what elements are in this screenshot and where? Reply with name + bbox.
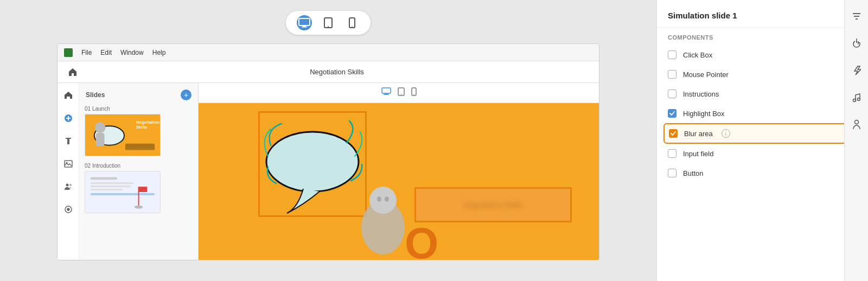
- button-checkbox[interactable]: [668, 169, 676, 177]
- svg-rect-32: [384, 94, 389, 95]
- svg-point-39: [369, 187, 397, 214]
- highlight-box-label: Highlight Box: [683, 110, 725, 118]
- add-slide-button[interactable]: +: [181, 90, 192, 100]
- device-toolbar: [286, 11, 371, 35]
- inner-desktop-btn[interactable]: [381, 87, 391, 98]
- sim-title: Negotiation Skills: [81, 68, 592, 76]
- component-highlight-box[interactable]: Highlight Box: [663, 104, 861, 123]
- edge-filter-icon[interactable]: [848, 8, 865, 25]
- svg-rect-25: [91, 189, 123, 190]
- right-panel: Simulation slide 1 COMPONENTS Click Box …: [656, 0, 868, 281]
- component-blur-area[interactable]: Blur area i: [663, 123, 861, 144]
- menu-file[interactable]: File: [81, 49, 92, 56]
- blur-text: Negotiation Skills: [464, 201, 522, 209]
- tablet-device-button[interactable]: [321, 15, 336, 30]
- input-field-label: Input field: [683, 150, 713, 158]
- panel-header: Simulation slide 1: [657, 0, 868, 28]
- edge-person-icon[interactable]: [848, 116, 865, 133]
- svg-rect-1: [303, 25, 306, 27]
- component-input-field[interactable]: Input field: [663, 144, 861, 163]
- sim-sidebar: Slides + 01 Launch: [79, 83, 199, 260]
- inner-device-bar: [199, 83, 599, 103]
- svg-rect-2: [302, 27, 307, 28]
- click-box-checkbox[interactable]: [668, 50, 676, 59]
- svg-point-29: [135, 206, 143, 209]
- blur-area-checkbox[interactable]: [669, 129, 678, 138]
- component-mouse-pointer[interactable]: Mouse Pointer: [663, 65, 861, 84]
- component-click-box[interactable]: Click Box: [663, 45, 861, 65]
- edge-lightning-icon[interactable]: [848, 62, 865, 79]
- svg-rect-24: [91, 186, 131, 187]
- toolbar-add[interactable]: [60, 110, 76, 126]
- svg-point-54: [854, 120, 858, 124]
- svg-point-52: [853, 99, 856, 102]
- inner-mobile-btn[interactable]: [411, 87, 417, 98]
- panel-title: Simulation slide 1: [668, 11, 737, 20]
- svg-point-10: [66, 184, 68, 187]
- svg-rect-31: [385, 93, 388, 94]
- slide-2-label: 02 Introduction: [84, 163, 194, 169]
- button-label: Button: [683, 169, 704, 177]
- sim-content: O Negotiation Skills: [199, 83, 599, 260]
- slide-2-thumbnail[interactable]: [85, 171, 161, 213]
- component-button[interactable]: Button: [663, 163, 861, 183]
- home-icon[interactable]: [64, 63, 81, 81]
- svg-point-41: [385, 196, 389, 202]
- slides-label: Slides: [86, 91, 105, 99]
- component-list: Click Box Mouse Pointer Instructions Hig…: [657, 45, 868, 281]
- svg-point-6: [352, 26, 353, 27]
- toolbar-image[interactable]: [60, 156, 76, 172]
- input-field-checkbox[interactable]: [668, 149, 676, 158]
- toolbar-circle[interactable]: [60, 201, 76, 218]
- slides-header: Slides +: [84, 90, 194, 100]
- menu-help[interactable]: Help: [152, 49, 166, 56]
- menu-edit[interactable]: Edit: [100, 49, 112, 56]
- sim-menubar: File Edit Window Help: [58, 44, 599, 61]
- svg-point-40: [377, 196, 381, 202]
- component-instructions[interactable]: Instructions: [663, 84, 861, 104]
- sim-menu-items: File Edit Window Help: [81, 49, 165, 56]
- svg-rect-17: [96, 133, 105, 146]
- svg-point-16: [95, 122, 106, 133]
- svg-rect-22: [91, 177, 117, 180]
- inner-tablet-btn[interactable]: [398, 87, 405, 98]
- svg-point-36: [413, 94, 414, 94]
- desktop-device-button[interactable]: [297, 15, 312, 30]
- svg-text:Skills: Skills: [136, 125, 148, 130]
- canvas-big-letter: O: [405, 222, 438, 260]
- instructions-label: Instructions: [683, 90, 719, 98]
- components-label: COMPONENTS: [657, 28, 868, 45]
- svg-point-53: [857, 98, 860, 101]
- edge-music-icon[interactable]: [848, 89, 865, 106]
- svg-point-4: [328, 26, 329, 27]
- slide-1-thumbnail[interactable]: Negotiation Skills: [85, 114, 161, 156]
- sim-app-icon: [64, 48, 73, 57]
- sim-body: Slides + 01 Launch: [58, 83, 599, 260]
- blur-area-info-icon[interactable]: i: [722, 129, 730, 138]
- svg-point-13: [67, 208, 69, 210]
- instructions-checkbox[interactable]: [668, 90, 676, 98]
- mobile-device-button[interactable]: [344, 15, 360, 30]
- svg-text:Negotiation: Negotiation: [136, 120, 159, 125]
- toolbar-home[interactable]: [60, 87, 76, 104]
- svg-point-37: [266, 132, 359, 191]
- toolbar-people[interactable]: [60, 178, 76, 195]
- edge-touch-icon[interactable]: [848, 35, 865, 52]
- svg-rect-18: [125, 144, 155, 150]
- slide-2-item[interactable]: 02 Introduction: [84, 163, 194, 213]
- toolbar-text[interactable]: [60, 133, 76, 149]
- slide-1-item[interactable]: 01 Launch Negotiation: [84, 106, 194, 156]
- sim-left-toolbar: [58, 83, 79, 260]
- menu-window[interactable]: Window: [120, 49, 144, 56]
- svg-rect-23: [91, 182, 133, 184]
- person-figure: [359, 184, 407, 260]
- mouse-pointer-checkbox[interactable]: [668, 70, 676, 79]
- svg-rect-28: [139, 187, 148, 192]
- click-box-label: Click Box: [683, 51, 712, 59]
- highlight-box-overlay: [258, 111, 367, 217]
- slide-1-label: 01 Launch: [84, 106, 194, 112]
- highlight-box-checkbox[interactable]: [668, 109, 676, 118]
- sim-header-bar: Negotiation Skills: [58, 61, 599, 83]
- sim-window: File Edit Window Help Negotiation Skills: [57, 43, 599, 260]
- svg-point-34: [400, 94, 401, 95]
